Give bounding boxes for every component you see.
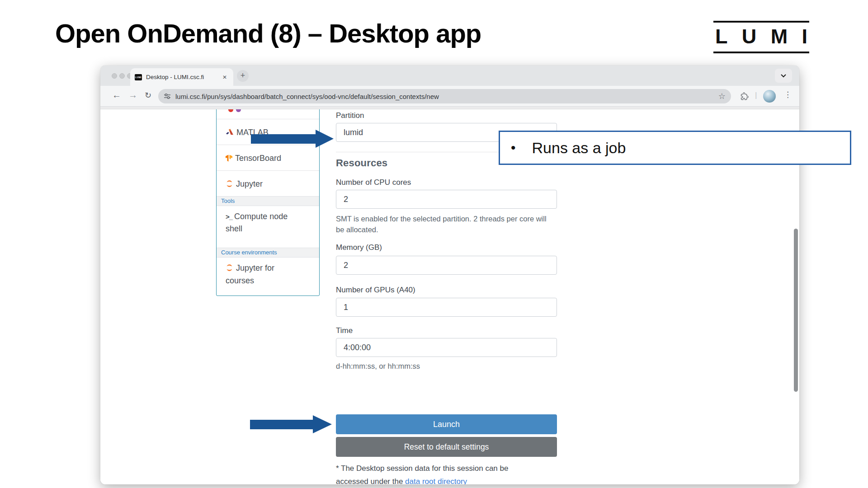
forward-icon[interactable]: → bbox=[128, 90, 137, 100]
sidebar-item-tensorboard[interactable]: TensorBoard bbox=[217, 152, 319, 165]
cpu-cores-label: Number of CPU cores bbox=[336, 178, 411, 187]
tab-close-icon[interactable]: ✕ bbox=[221, 73, 229, 81]
resources-heading: Resources bbox=[336, 157, 387, 169]
lumi-logo-letter: L bbox=[715, 25, 728, 48]
tab-favicon-lumi-icon: LUMI bbox=[135, 74, 142, 80]
window-minimize-button[interactable] bbox=[119, 73, 125, 79]
toolbar-separator: | bbox=[755, 91, 757, 100]
tab-strip: LUMI Desktop - LUMI.csc.fi ✕ + bbox=[100, 66, 799, 86]
sidebar-item-jupyter-for-courses[interactable]: Jupyter for courses bbox=[217, 262, 319, 286]
annotation-arrow-launch-head bbox=[313, 415, 332, 433]
launch-button[interactable]: Launch bbox=[336, 414, 557, 434]
sidebar-item-label: Compute node shell bbox=[226, 212, 288, 233]
tab-title: Desktop - LUMI.csc.fi bbox=[146, 74, 221, 80]
jupyter-icon bbox=[226, 263, 233, 275]
partition-label: Partition bbox=[336, 111, 364, 120]
url-text[interactable]: lumi.csc.fi/pun/sys/dashboard/batch_conn… bbox=[175, 93, 715, 100]
memory-input[interactable] bbox=[336, 256, 557, 275]
browser-tab[interactable]: LUMI Desktop - LUMI.csc.fi ✕ bbox=[130, 68, 233, 86]
new-tab-button[interactable]: + bbox=[237, 70, 249, 82]
lumi-logo-letter: M bbox=[771, 25, 788, 48]
time-label: Time bbox=[336, 326, 353, 335]
page-title: Open OnDemand (8) – Desktop app bbox=[55, 18, 481, 48]
jupyter-icon bbox=[226, 179, 233, 191]
time-help: d-hh:mm:ss, or hh:mm:ss bbox=[336, 361, 555, 371]
memory-label: Memory (GB) bbox=[336, 243, 382, 252]
page-header-edge bbox=[100, 107, 799, 109]
sidebar-item-label: Jupyter bbox=[236, 179, 263, 188]
terminal-icon: >_ bbox=[226, 213, 232, 221]
back-icon[interactable]: ← bbox=[112, 90, 121, 100]
gpus-input[interactable] bbox=[336, 298, 557, 317]
window-close-button[interactable] bbox=[112, 73, 117, 79]
address-bar[interactable]: lumi.csc.fi/pun/sys/dashboard/batch_conn… bbox=[158, 89, 731, 103]
lumi-logo: L U M I bbox=[713, 21, 809, 53]
profile-avatar[interactable] bbox=[763, 90, 776, 103]
reset-button[interactable]: Reset to default settings bbox=[336, 437, 557, 457]
browser-toolbar: ← → ↻ lumi.csc.fi/pun/sys/dashboard/batc… bbox=[100, 86, 799, 107]
tensorboard-icon bbox=[226, 153, 232, 165]
browser-menu-icon[interactable]: ⋮ bbox=[784, 90, 792, 99]
sidebar-item-label: TensorBoard bbox=[235, 154, 281, 163]
sidebar-section-course-environments: Course environments bbox=[217, 248, 319, 258]
sidebar-item-jupyter[interactable]: Jupyter bbox=[217, 178, 319, 191]
extensions-puzzle-icon[interactable] bbox=[740, 92, 749, 103]
browser-window: LUMI Desktop - LUMI.csc.fi ✕ + ← → ↻ bbox=[100, 66, 799, 484]
gpus-label: Number of GPUs (A40) bbox=[336, 286, 415, 295]
bookmark-star-icon[interactable]: ☆ bbox=[718, 91, 726, 101]
annotation-arrow-partition-head bbox=[316, 130, 334, 148]
callout-text: Runs as a job bbox=[532, 139, 626, 157]
sidebar-item-compute-node-shell[interactable]: >_Compute node shell bbox=[217, 211, 319, 235]
tab-search-chevron-button[interactable] bbox=[775, 69, 792, 83]
matlab-icon bbox=[226, 127, 234, 139]
lumi-logo-letter: I bbox=[802, 25, 807, 48]
site-info-icon[interactable] bbox=[164, 93, 171, 100]
lumi-logo-letter: U bbox=[742, 25, 757, 48]
annotation-arrow-partition bbox=[251, 134, 316, 144]
callout-runs-as-a-job: • Runs as a job bbox=[499, 131, 851, 165]
reload-icon[interactable]: ↻ bbox=[145, 90, 151, 100]
cpu-cores-help: SMT is enabled for the selected partitio… bbox=[336, 213, 555, 235]
annotation-arrow-launch bbox=[250, 420, 313, 429]
time-input[interactable] bbox=[336, 338, 557, 357]
cpu-cores-input[interactable] bbox=[336, 190, 557, 209]
data-root-directory-link[interactable]: data root directory bbox=[405, 477, 467, 484]
chevron-down-icon bbox=[780, 74, 787, 78]
scrollbar[interactable] bbox=[794, 229, 798, 392]
sidebar-section-tools: Tools bbox=[217, 196, 319, 206]
bullet-icon: • bbox=[511, 140, 516, 155]
session-data-footnote: * The Desktop session data for this sess… bbox=[336, 462, 524, 484]
slide: Open OnDemand (8) – Desktop app L U M I … bbox=[0, 0, 868, 488]
